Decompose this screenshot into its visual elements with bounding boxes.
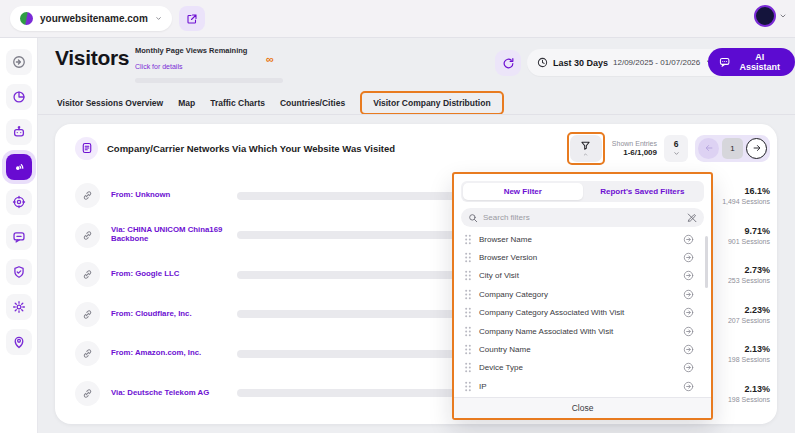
drag-handle-icon[interactable] [464,234,472,245]
filter-item-country-name[interactable]: Country Name [461,340,704,358]
chevron-down-icon [779,12,787,20]
arrow-right-circle-icon[interactable] [683,344,694,355]
arrow-right-circle-icon[interactable] [683,307,694,318]
refresh-button[interactable] [495,50,521,76]
site-name: yourwebsitename.com [40,13,148,24]
tab-map[interactable]: Map [178,98,195,108]
sidebar-item-chat-bubble[interactable] [6,224,32,250]
pagination: 1 [695,135,770,162]
drag-handle-icon[interactable] [464,362,472,373]
filter-item-company-name-associated-with-visit[interactable]: Company Name Associated With Visit [461,322,704,340]
filter-tab-report-s-saved-filters[interactable]: Report's Saved Filters [583,183,703,200]
date-range-picker[interactable]: Last 30 Days 12/09/2025 - 01/07/2026 [527,49,726,76]
drag-handle-icon[interactable] [464,289,472,300]
target-icon [12,195,26,209]
arrow-right-circle-icon[interactable] [683,326,694,337]
chat-bubble-icon [12,230,26,244]
user-menu[interactable] [754,5,787,27]
filter-item-browser-version[interactable]: Browser Version [461,248,704,266]
search-icon [468,213,478,223]
arrow-right-circle-icon[interactable] [683,381,694,392]
arrow-right-circle-icon[interactable] [683,289,694,300]
tab-visitor-sessions-overview[interactable]: Visitor Sessions Overview [57,98,163,108]
shield-check-icon [12,265,26,279]
quota-details-link[interactable]: Click for details [135,63,182,70]
arrow-right-circle-icon[interactable] [683,362,694,373]
filter-item-city-of-visit[interactable]: City of Visit [461,267,704,285]
filter-button[interactable] [570,135,602,162]
shown-entries-value: 1-6/1,009 [612,148,657,157]
link-icon [75,183,100,208]
drag-handle-icon[interactable] [464,381,472,392]
card-header: Company/Carrier Networks Via Which Your … [55,124,777,172]
quota-value: ∞ [266,53,274,65]
search-input[interactable] [483,213,682,222]
arrow-right-circle-icon[interactable] [683,252,694,263]
divider [38,114,795,115]
sidebar-item-shield-check[interactable] [6,259,32,285]
drag-handle-icon[interactable] [464,326,472,337]
filter-item-label: Browser Name [479,235,532,244]
filter-item-browser-name[interactable]: Browser Name [461,230,704,248]
site-favicon-icon [20,12,33,25]
sidebar-item-collapse-sidebar[interactable] [6,49,32,75]
chevron-up-icon [582,152,589,157]
scrollbar-thumb[interactable] [705,236,708,288]
card-controls: Shown Entries 1-6/1,009 6 1 [567,132,770,165]
site-selector[interactable]: yourwebsitename.com [10,6,172,31]
page-size-select[interactable]: 6 [664,135,688,162]
link-icon [75,341,100,366]
prev-page-button[interactable] [698,138,719,159]
link-icon [75,302,100,327]
chat-bubble-icon [719,56,730,68]
ai-assistant-label: AI Assistant [735,52,784,72]
arrow-right-circle-icon[interactable] [683,270,694,281]
network-label[interactable]: Via: CHINA UNICOM China169 Backbone [111,226,237,244]
sidebar-item-target[interactable] [6,189,32,215]
sidebar-item-settings-gear[interactable] [6,294,32,320]
filter-tab-new-filter[interactable]: New Filter [463,183,583,200]
collapse-sidebar-icon [12,55,26,69]
filter-item-label: Company Category Associated With Visit [479,308,624,317]
filter-item-device-type[interactable]: Device Type [461,359,704,377]
filter-panel: New FilterReport's Saved Filters Browser… [452,172,713,420]
network-label[interactable]: From: Google LLC [111,270,237,279]
tab-traffic-charts[interactable]: Traffic Charts [210,98,265,108]
network-label[interactable]: From: Unknown [111,191,237,200]
drag-handle-icon[interactable] [464,270,472,281]
next-page-button[interactable] [746,138,767,159]
filter-item-ip[interactable]: IP [461,377,704,395]
drag-handle-icon[interactable] [464,344,472,355]
link-icon [75,381,100,406]
filter-item-company-category-associated-with-visit[interactable]: Company Category Associated With Visit [461,304,704,322]
tab-countries-cities[interactable]: Countries/Cities [280,98,345,108]
close-button[interactable]: Close [454,397,711,418]
report-icon [75,137,98,160]
avatar [754,5,776,27]
network-label[interactable]: From: Amazon.com, Inc. [111,349,237,358]
link-icon [75,223,100,248]
arrow-right-circle-icon[interactable] [683,234,694,245]
sidebar-item-visitors-radar[interactable] [6,154,32,180]
external-link-icon [186,13,198,25]
sidebar-item-analytics-pie[interactable] [6,84,32,110]
topbar: yourwebsitename.com [0,0,795,38]
filter-item-label: Company Category [479,290,548,299]
filter-list: Browser NameBrowser VersionCity of Visit… [461,230,704,396]
tab-visitor-company-distribution[interactable]: Visitor Company Distribution [360,91,503,115]
drag-handle-icon[interactable] [464,307,472,318]
card-title: Company/Carrier Networks Via Which Your … [107,143,395,154]
filter-search[interactable] [461,208,704,227]
ai-assistant-button[interactable]: AI Assistant [708,48,795,76]
shown-entries-label: Shown Entries [612,140,657,147]
filter-item-company-category[interactable]: Company Category [461,285,704,303]
filter-item-label: IP [479,382,487,391]
filter-item-label: Country Name [479,345,531,354]
network-label[interactable]: Via: Deutsche Telekom AG [111,389,237,398]
sidebar-item-bot[interactable] [6,119,32,145]
network-label[interactable]: From: Cloudflare, Inc. [111,310,237,319]
drag-handle-icon[interactable] [464,252,472,263]
sidebar-item-location-user[interactable] [6,329,32,355]
open-website-button[interactable] [179,6,205,31]
location-user-icon [12,335,26,349]
